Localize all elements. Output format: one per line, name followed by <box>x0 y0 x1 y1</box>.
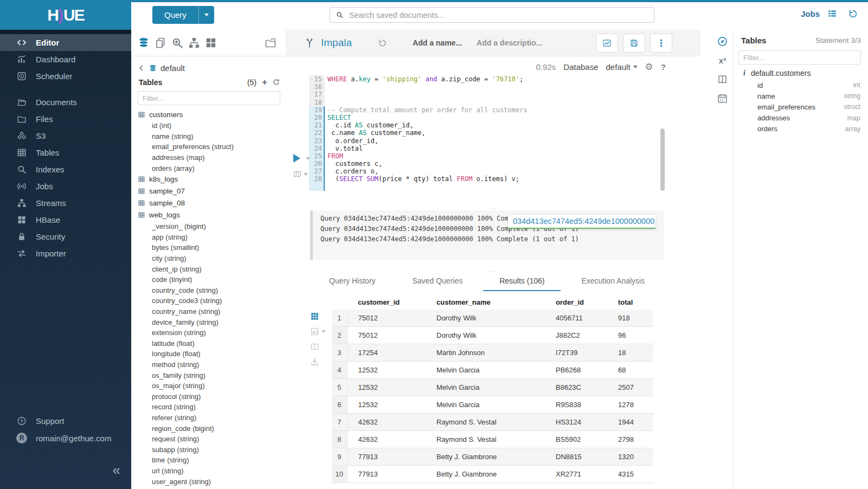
code-line[interactable]: 26 customers c, <box>309 160 663 168</box>
columns-view-icon[interactable] <box>310 342 319 351</box>
assist-column[interactable]: referer (string) <box>138 413 286 423</box>
assist-table-k8s-logs[interactable]: k8s_logs <box>138 173 286 185</box>
hue-logo[interactable]: H)UE <box>0 0 131 30</box>
column-header[interactable]: customer_name <box>426 294 545 310</box>
search-input[interactable] <box>348 10 654 20</box>
assist-column[interactable]: country_name (string) <box>138 306 286 317</box>
editor-scrollbar-thumb[interactable] <box>660 128 665 191</box>
code-line[interactable]: 23 o.order_id, <box>309 137 663 145</box>
databases-icon[interactable] <box>137 36 150 49</box>
engine-name[interactable]: Impala <box>321 37 352 49</box>
chart-button[interactable] <box>596 34 618 53</box>
more-actions-button[interactable]: ⋮ <box>650 34 672 53</box>
apps-grid-icon[interactable] <box>204 36 217 49</box>
sidebar-item-importer[interactable]: Importer <box>0 245 131 262</box>
column-header[interactable]: order_id <box>545 294 607 310</box>
assist-column[interactable]: subapp (string) <box>138 444 286 455</box>
sql-editor[interactable]: 15WHERE a.key = 'shipping' and a.zip_cod… <box>286 72 700 194</box>
query-button-label[interactable]: Query <box>152 6 198 24</box>
database-select[interactable]: default <box>606 62 638 72</box>
assist-column[interactable]: code (tinyint) <box>138 274 286 285</box>
column-row-email-preferences[interactable]: email_preferencesstruct <box>734 101 868 112</box>
save-button[interactable] <box>623 34 645 53</box>
assist-column[interactable]: latitude (float) <box>138 338 286 349</box>
jobs-list-icon[interactable] <box>826 9 838 18</box>
chevron-left-icon[interactable] <box>138 65 145 72</box>
folder-documents-icon[interactable] <box>264 36 277 49</box>
query-history-icon[interactable] <box>378 38 387 48</box>
tab-execution-analysis[interactable]: Execution Analysis <box>565 273 661 291</box>
column-header[interactable]: customer_id <box>347 294 426 310</box>
resize-handle[interactable]: ... <box>286 204 700 209</box>
assist-column[interactable]: longitude (float) <box>138 349 286 359</box>
assist-column[interactable]: user_agent (string) <box>138 476 286 487</box>
code-line[interactable]: 24 v.total <box>309 145 663 152</box>
code-line[interactable]: 17 <box>309 91 663 98</box>
assist-column[interactable]: email_preferences (struct) <box>138 141 286 152</box>
assist-column[interactable]: method (string) <box>138 359 286 370</box>
column-header[interactable]: total <box>607 294 653 310</box>
code-line[interactable]: 20SELECT <box>309 114 663 121</box>
assist-column[interactable]: name (string) <box>138 131 286 142</box>
assist-column[interactable]: orders (array) <box>138 163 286 173</box>
chart-view-icon[interactable] <box>310 327 319 336</box>
sidebar-item-user[interactable]: R romain@gethue.com <box>0 429 131 447</box>
help-icon[interactable]: ? <box>661 62 666 72</box>
code-line[interactable]: 27 c.orders o, <box>309 168 663 175</box>
assist-column[interactable]: region_code (bigint) <box>138 423 286 434</box>
column-row-orders[interactable]: ordersarray <box>734 124 868 134</box>
query-dropdown-button[interactable] <box>198 6 214 24</box>
right-tables-filter-input[interactable] <box>738 50 861 65</box>
functions-icon[interactable]: x² <box>719 55 726 66</box>
column-row-name[interactable]: namestring <box>734 91 868 101</box>
sidebar-collapse-icon[interactable]: « <box>113 463 120 477</box>
sidebar-item-streams[interactable]: Streams <box>0 195 131 211</box>
assist-column[interactable]: record (string) <box>138 402 286 413</box>
breadcrumb-database-name[interactable]: default <box>160 63 185 73</box>
code-lines[interactable]: 15WHERE a.key = 'shipping' and a.zip_cod… <box>309 75 663 191</box>
sidebar-item-hbase[interactable]: HBase <box>0 211 131 228</box>
tab-query-history[interactable]: Query History <box>313 273 392 291</box>
sidebar-item-s3[interactable]: S3 <box>0 127 131 144</box>
assist-column[interactable]: addresses (map) <box>138 152 286 163</box>
sidebar-item-files[interactable]: Files <box>0 111 131 127</box>
assist-column[interactable]: device_family (string) <box>138 317 286 327</box>
code-line[interactable] <box>309 183 663 191</box>
sidebar-item-jobs[interactable]: Jobs <box>0 178 131 195</box>
code-line[interactable]: 15WHERE a.key = 'shipping' and a.zip_cod… <box>309 75 663 83</box>
assist-column[interactable]: country_code3 (string) <box>138 295 286 306</box>
resize-handle[interactable]: ... <box>286 268 700 272</box>
sidebar-item-indexes[interactable]: Indexes <box>0 161 131 178</box>
assist-column[interactable]: _version_ (bigint) <box>138 221 286 232</box>
code-line[interactable]: 21 c.id AS customer_id, <box>309 121 663 129</box>
sidebar-item-scheduler[interactable]: Scheduler <box>0 68 131 85</box>
assist-table-web-logs[interactable]: web_logs <box>138 209 286 221</box>
sitemap-icon[interactable] <box>188 36 201 49</box>
sidebar-item-editor[interactable]: Editor <box>0 34 131 51</box>
assist-column[interactable]: bytes (smallint) <box>138 242 286 253</box>
assist-column[interactable]: city (string) <box>138 253 286 264</box>
assist-column[interactable]: country_code (string) <box>138 285 286 296</box>
code-line[interactable]: 28 (SELECT SUM(price * qty) total FROM o… <box>309 175 663 183</box>
assist-column[interactable]: url (string) <box>138 466 286 477</box>
assist-column[interactable]: client_ip (string) <box>138 263 286 274</box>
assist-column[interactable]: protocol (string) <box>138 391 286 402</box>
column-row-addresses[interactable]: addressesmap <box>734 113 868 124</box>
assist-column[interactable]: extension (string) <box>138 327 286 338</box>
sidebar-item-security[interactable]: Security <box>0 228 131 245</box>
tables-filter-input[interactable] <box>138 91 280 105</box>
zoom-in-icon[interactable] <box>171 36 184 49</box>
assist-column[interactable]: os_major (string) <box>138 381 286 391</box>
code-line[interactable]: 19-- Compute total amount per order for … <box>309 106 663 114</box>
query-name-field[interactable]: Add a name... <box>413 38 462 47</box>
assist-column[interactable]: os_family (string) <box>138 370 286 381</box>
documents-copy-icon[interactable] <box>154 36 167 49</box>
tab-results-106-[interactable]: Results (106) <box>483 273 561 291</box>
column-row-id[interactable]: idint <box>734 80 868 91</box>
assist-table-sample-08[interactable]: sample_08 <box>138 197 286 209</box>
active-table-row[interactable]: i default.customers <box>743 69 868 78</box>
download-icon[interactable] <box>310 357 319 366</box>
assist-table-customers[interactable]: customers <box>138 108 286 120</box>
code-line[interactable]: 16 <box>309 83 663 91</box>
assist-column[interactable]: app (string) <box>138 232 286 243</box>
